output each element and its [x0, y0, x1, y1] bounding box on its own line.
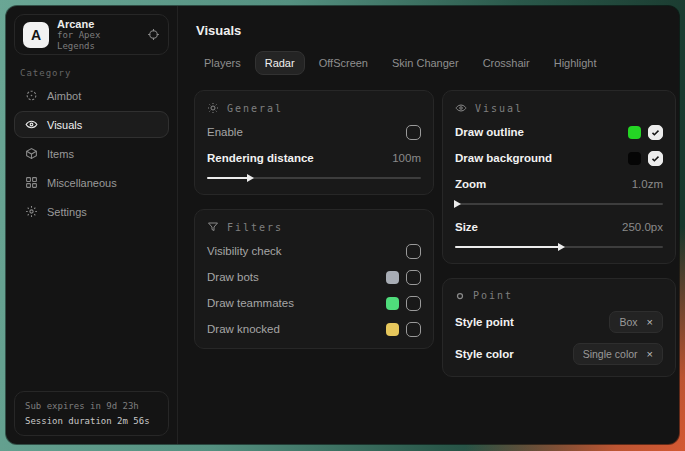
zoom-label: Zoom	[455, 178, 486, 190]
size-slider[interactable]	[455, 242, 663, 252]
point-card-title: Point	[473, 290, 513, 301]
sidebar-header: A Arcane for Apex Legends	[14, 14, 169, 55]
style-point-label: Style point	[455, 316, 514, 328]
draw-bots-checkbox[interactable]	[406, 270, 421, 285]
visibility-check-checkbox[interactable]	[406, 244, 421, 259]
funnel-icon	[207, 221, 219, 233]
general-card-title: General	[227, 103, 283, 114]
scope-settings-icon[interactable]	[147, 28, 160, 41]
general-card: General Enable Rendering distance 100m	[194, 90, 434, 195]
check-icon	[651, 154, 660, 163]
rendering-distance-slider[interactable]	[207, 173, 421, 183]
draw-knocked-color-swatch[interactable]	[386, 323, 399, 336]
tab-skin-changer[interactable]: Skin Changer	[382, 51, 469, 75]
session-duration-text: Session duration 2m 56s	[25, 414, 158, 428]
slider-fill	[207, 177, 248, 179]
style-point-value: Box	[619, 316, 637, 328]
sun-icon	[207, 102, 219, 114]
draw-background-checkbox[interactable]	[648, 151, 663, 166]
box-icon	[25, 147, 38, 160]
tab-radar[interactable]: Radar	[255, 51, 305, 75]
rendering-distance-label: Rendering distance	[207, 152, 314, 164]
sidebar-item-miscellaneous[interactable]: Miscellaneous	[14, 169, 169, 196]
sidebar-item-aimbot[interactable]: Aimbot	[14, 82, 169, 109]
draw-background-label: Draw background	[455, 152, 552, 164]
app-name: Arcane	[57, 18, 139, 31]
draw-teammates-checkbox[interactable]	[406, 296, 421, 311]
draw-teammates-label: Draw teammates	[207, 297, 294, 309]
settings-columns: General Enable Rendering distance 100m	[194, 90, 676, 391]
subscription-info-box: Sub expires in 9d 23h Session duration 2…	[14, 391, 169, 436]
app-logo: A	[23, 22, 49, 48]
tab-highlight[interactable]: Highlight	[544, 51, 607, 75]
filters-card: Filters Visibility check Draw bots	[194, 209, 434, 349]
draw-bots-label: Draw bots	[207, 271, 259, 283]
zoom-slider[interactable]	[455, 199, 663, 209]
filters-card-title: Filters	[227, 222, 283, 233]
style-color-value: Single color	[583, 348, 638, 360]
zoom-value: 1.0zm	[632, 178, 663, 190]
visual-card-header: Visual	[455, 102, 663, 114]
draw-background-color-swatch[interactable]	[628, 152, 641, 165]
sidebar-item-items[interactable]: Items	[14, 140, 169, 167]
tab-bar: Players Radar OffScreen Skin Changer Cro…	[194, 51, 676, 75]
enable-checkbox[interactable]	[406, 125, 421, 140]
sidebar-item-label: Visuals	[47, 119, 82, 131]
slider-fill	[455, 246, 559, 248]
app-titles: Arcane for Apex Legends	[57, 18, 139, 51]
crosshair-icon	[25, 89, 38, 102]
general-card-header: General	[207, 102, 421, 114]
visual-card: Visual Draw outline Draw background	[442, 90, 676, 264]
clear-icon[interactable]: ×	[647, 349, 653, 360]
sub-expires-text: Sub expires in 9d 23h	[25, 399, 158, 413]
main-content: Visuals Players Radar OffScreen Skin Cha…	[178, 6, 679, 444]
sidebar-item-visuals[interactable]: Visuals	[14, 111, 169, 138]
draw-bots-color-swatch[interactable]	[386, 271, 399, 284]
clear-icon[interactable]: ×	[647, 317, 653, 328]
sidebar: A Arcane for Apex Legends Category Aimbo…	[6, 6, 178, 444]
sidebar-item-label: Items	[47, 148, 74, 160]
eye-icon	[25, 118, 38, 131]
slider-track	[207, 177, 421, 179]
tab-players[interactable]: Players	[194, 51, 251, 75]
draw-outline-label: Draw outline	[455, 126, 524, 138]
draw-outline-color-swatch[interactable]	[628, 126, 641, 139]
tab-crosshair[interactable]: Crosshair	[473, 51, 540, 75]
grid-icon	[25, 176, 38, 189]
draw-knocked-checkbox[interactable]	[406, 322, 421, 337]
left-column: General Enable Rendering distance 100m	[194, 90, 434, 363]
size-label: Size	[455, 221, 478, 233]
slider-track	[455, 246, 663, 248]
check-icon	[651, 128, 660, 137]
style-point-select[interactable]: Box ×	[609, 311, 663, 333]
app-window: A Arcane for Apex Legends Category Aimbo…	[6, 6, 679, 444]
rendering-distance-value: 100m	[392, 152, 421, 164]
app-subtitle: for Apex Legends	[57, 30, 139, 51]
draw-outline-checkbox[interactable]	[648, 125, 663, 140]
slider-track	[455, 203, 663, 205]
sidebar-item-label: Settings	[47, 206, 87, 218]
sidebar-item-label: Miscellaneous	[47, 177, 117, 189]
point-card-header: Point	[455, 290, 663, 301]
point-icon	[455, 291, 465, 301]
visibility-check-label: Visibility check	[207, 245, 282, 257]
filters-card-header: Filters	[207, 221, 421, 233]
point-card: Point Style point Box × Style color Sing…	[442, 278, 676, 377]
style-color-select[interactable]: Single color ×	[573, 343, 663, 365]
gear-icon	[25, 205, 38, 218]
tab-offscreen[interactable]: OffScreen	[309, 51, 378, 75]
draw-knocked-label: Draw knocked	[207, 323, 280, 335]
enable-label: Enable	[207, 126, 243, 138]
style-color-label: Style color	[455, 348, 514, 360]
sidebar-item-settings[interactable]: Settings	[14, 198, 169, 225]
page-title: Visuals	[196, 23, 676, 38]
sidebar-item-label: Aimbot	[47, 90, 81, 102]
draw-teammates-color-swatch[interactable]	[386, 297, 399, 310]
size-value: 250.0px	[622, 221, 663, 233]
visual-card-title: Visual	[475, 103, 523, 114]
right-column: Visual Draw outline Draw background	[442, 90, 676, 391]
eye-icon	[455, 102, 467, 114]
category-label: Category	[20, 68, 163, 78]
